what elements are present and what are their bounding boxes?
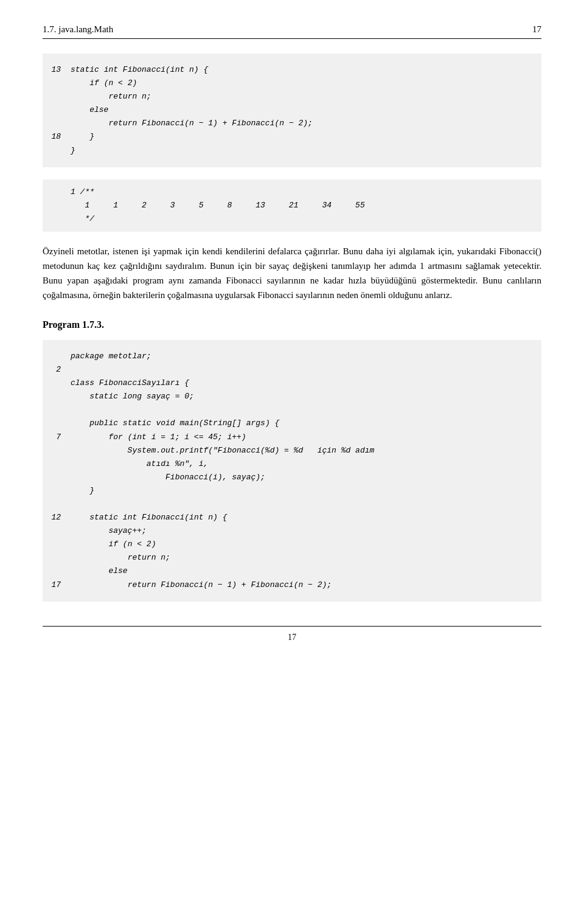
line-numbers-1: 13 18 [43,63,71,158]
code-content-2: package metotlar; class FibonacciSayılar… [71,350,529,592]
page: 1.7. java.lang.Math 17 13 18 static int … [0,0,584,679]
code-block-1: 13 18 static int Fibonacci(int n) { if (… [43,54,541,167]
body-paragraph-1: Özyineli metotlar, istenen işi yapmak iç… [43,244,541,302]
header-left: 1.7. java.lang.Math [43,24,113,35]
comment-line1: 1 /** [71,186,529,199]
code-content-1: static int Fibonacci(int n) { if (n < 2)… [71,63,529,158]
comment-line2: 1 1 2 3 5 8 13 21 34 55 [71,199,529,212]
program-heading: Program 1.7.3. [43,319,541,330]
page-header: 1.7. java.lang.Math 17 [43,24,541,39]
code-block-2: 2 7 12 17 package metotl [43,340,541,602]
fibonacci-comment: 1 /** 1 1 2 3 5 8 13 21 34 55 */ [43,179,541,232]
page-number: 17 [43,626,541,642]
comment-line3: */ [71,212,529,226]
header-right: 17 [532,24,541,35]
line-numbers-2: 2 7 12 17 [43,350,71,592]
